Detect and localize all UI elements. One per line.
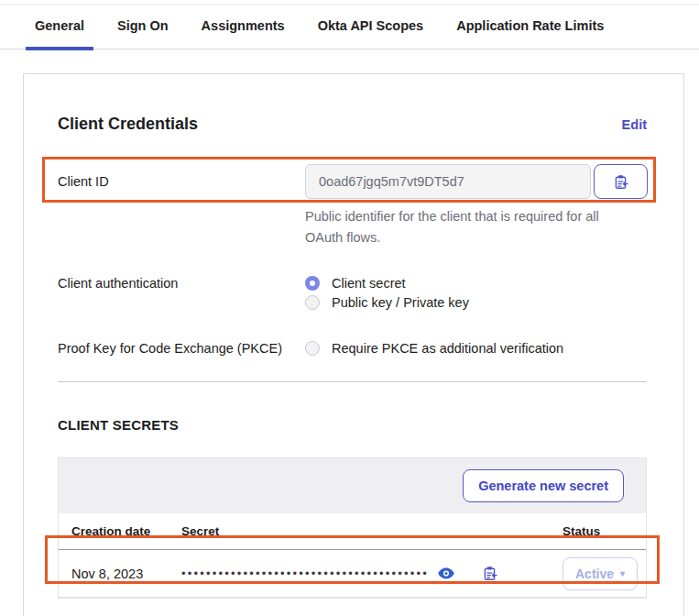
pkce-checkbox-option[interactable]: Require PKCE as additional verification: [305, 341, 563, 356]
radio-selected-icon[interactable]: [305, 276, 320, 291]
radio-option-label: Client secret: [332, 276, 406, 291]
tab-assignments[interactable]: Assignments: [202, 18, 285, 49]
general-settings-card: Client Credentials Edit Client ID: [23, 73, 684, 616]
section-divider: [58, 381, 647, 382]
copy-secret-button[interactable]: [482, 566, 497, 581]
client-id-label: Client ID: [58, 174, 305, 189]
table-header-row: Creation date Secret Status: [59, 513, 646, 550]
client-authentication-options: Client secret Public key / Private key: [305, 276, 469, 310]
pkce-row: Proof Key for Code Exchange (PKCE) Requi…: [58, 341, 647, 356]
masked-secret-value: ••••••••••••••••••••••••••••••••••••••••: [181, 566, 429, 580]
reveal-secret-button[interactable]: [438, 567, 454, 579]
status-dropdown-button[interactable]: Active ▾: [562, 557, 638, 590]
secret-cell: ••••••••••••••••••••••••••••••••••••••••: [181, 566, 562, 581]
clipboard-copy-icon: [482, 566, 497, 581]
radio-option-public-private-key[interactable]: Public key / Private key: [305, 295, 469, 310]
client-credentials-title: Client Credentials: [58, 115, 198, 134]
caret-down-icon: ▾: [620, 568, 625, 578]
column-header-creation-date: Creation date: [71, 524, 181, 538]
status-label: Active: [575, 566, 614, 581]
tab-general[interactable]: General: [35, 18, 84, 49]
generate-new-secret-button[interactable]: Generate new secret: [463, 469, 624, 502]
client-id-copy-button[interactable]: [594, 164, 648, 199]
client-authentication-label: Client authentication: [58, 276, 305, 310]
tab-sign-on[interactable]: Sign On: [117, 18, 169, 49]
top-divider: [0, 4, 699, 5]
client-id-row: Client ID: [58, 164, 647, 199]
creation-date-cell: Nov 8, 2023: [71, 566, 181, 581]
radio-unselected-icon[interactable]: [305, 295, 320, 310]
tab-application-rate-limits[interactable]: Application Rate Limits: [456, 18, 604, 49]
column-header-secret: Secret: [181, 524, 562, 538]
status-cell: Active ▾: [562, 557, 650, 590]
table-row: Nov 8, 2023 ••••••••••••••••••••••••••••…: [59, 550, 646, 598]
client-secrets-title: CLIENT SECRETS: [58, 417, 647, 433]
client-secrets-table: Generate new secret Creation date Secret…: [58, 457, 647, 599]
client-id-helper-text: Public identifier for the client that is…: [305, 206, 626, 248]
checkbox-unchecked-icon[interactable]: [305, 341, 320, 356]
tab-okta-api-scopes[interactable]: Okta API Scopes: [318, 18, 424, 49]
okta-app-settings-page: General Sign On Assignments Okta API Sco…: [0, 0, 699, 616]
client-credentials-header: Client Credentials Edit: [58, 115, 647, 134]
clipboard-copy-icon: [613, 174, 628, 190]
client-id-input[interactable]: [305, 164, 591, 199]
pkce-option-label: Require PKCE as additional verification: [332, 341, 563, 356]
pkce-label: Proof Key for Code Exchange (PKCE): [58, 341, 305, 356]
eye-icon: [438, 567, 454, 579]
column-header-status: Status: [562, 524, 650, 538]
edit-link[interactable]: Edit: [622, 117, 647, 132]
radio-option-label: Public key / Private key: [332, 295, 469, 310]
radio-option-client-secret[interactable]: Client secret: [305, 276, 469, 291]
app-tabbar: General Sign On Assignments Okta API Sco…: [0, 9, 699, 50]
table-toolbar: Generate new secret: [59, 458, 646, 513]
client-authentication-row: Client authentication Client secret Publ…: [58, 276, 647, 310]
client-id-field-group: [305, 164, 648, 199]
